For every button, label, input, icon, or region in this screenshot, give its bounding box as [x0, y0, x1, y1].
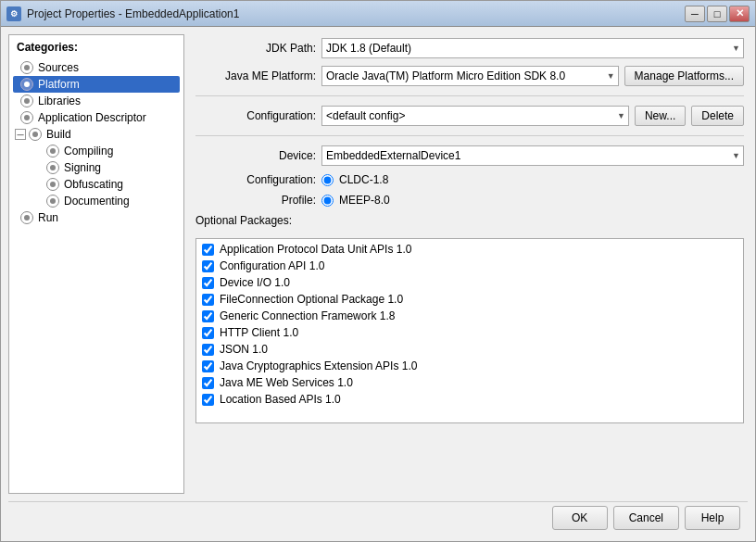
- device-select-wrapper: EmbeddedExternalDevice1: [321, 145, 744, 166]
- main-area: Categories: Sources Platform Libraries: [8, 34, 748, 494]
- sidebar-item-libraries[interactable]: Libraries: [13, 93, 180, 109]
- package-checkbox-pkg1[interactable]: [202, 244, 214, 256]
- java-me-platform-label: Java ME Platform:: [195, 69, 316, 82]
- sidebar-item-obfuscating[interactable]: Obfuscating: [13, 176, 180, 193]
- bullet-documenting: [46, 195, 59, 208]
- profile-label: Profile:: [195, 194, 316, 207]
- package-checkbox-pkg6[interactable]: [202, 327, 214, 339]
- package-item[interactable]: JSON 1.0: [198, 341, 741, 358]
- help-button[interactable]: Help: [685, 506, 740, 530]
- separator1: [195, 95, 744, 96]
- sidebar-item-signing[interactable]: Signing: [13, 159, 180, 176]
- bullet-run: [20, 211, 33, 224]
- package-label-pkg6: HTTP Client 1.0: [220, 326, 298, 339]
- java-me-platform-select[interactable]: Oracle Java(TM) Platform Micro Edition S…: [321, 66, 619, 86]
- cancel-button[interactable]: Cancel: [613, 506, 679, 530]
- device-select[interactable]: EmbeddedExternalDevice1: [321, 145, 744, 166]
- maximize-button[interactable]: □: [707, 6, 727, 22]
- manage-platforms-button[interactable]: Manage Platforms...: [624, 66, 744, 86]
- package-checkbox-pkg8[interactable]: [202, 360, 214, 372]
- app-icon: ⚙: [6, 6, 21, 21]
- window-title: Project Properties - EmbeddedApplication…: [27, 7, 685, 20]
- jdk-path-select-wrapper: JDK 1.8 (Default): [321, 38, 744, 58]
- device-row: Device: EmbeddedExternalDevice1: [195, 145, 744, 166]
- package-label-pkg7: JSON 1.0: [220, 343, 268, 356]
- package-label-pkg4: FileConnection Optional Package 1.0: [220, 293, 403, 306]
- sidebar-item-run[interactable]: Run: [13, 209, 180, 226]
- bottom-buttons: OK Cancel Help: [8, 501, 748, 534]
- package-item[interactable]: Configuration API 1.0: [198, 258, 741, 274]
- package-label-pkg9: Java ME Web Services 1.0: [220, 376, 353, 389]
- package-label-pkg8: Java Cryptographics Extension APIs 1.0: [220, 359, 417, 372]
- sidebar-item-documenting[interactable]: Documenting: [13, 193, 180, 209]
- configuration-row: Configuration: <default config> New... D…: [195, 106, 744, 126]
- window-controls: ─ □ ✕: [685, 6, 750, 22]
- build-expand[interactable]: ─: [15, 129, 26, 140]
- package-item[interactable]: Location Based APIs 1.0: [198, 391, 741, 408]
- sidebar-item-sources[interactable]: Sources: [13, 59, 180, 76]
- package-label-pkg2: Configuration API 1.0: [220, 259, 324, 272]
- close-button[interactable]: ✕: [729, 6, 750, 22]
- package-item[interactable]: FileConnection Optional Package 1.0: [198, 291, 741, 308]
- package-checkbox-pkg7[interactable]: [202, 344, 214, 356]
- categories-panel: Categories: Sources Platform Libraries: [8, 34, 184, 494]
- package-item[interactable]: HTTP Client 1.0: [198, 324, 741, 341]
- jdk-path-select[interactable]: JDK 1.8 (Default): [321, 38, 744, 58]
- configuration-label: Configuration:: [195, 109, 316, 122]
- bullet-appdesc: [20, 111, 33, 124]
- package-checkbox-pkg9[interactable]: [202, 377, 214, 389]
- package-checkbox-pkg4[interactable]: [202, 294, 214, 306]
- bullet-obfuscating: [46, 178, 59, 191]
- sidebar-item-build[interactable]: ─ Build: [13, 126, 180, 143]
- delete-button[interactable]: Delete: [691, 106, 744, 126]
- profile-radio-group: MEEP-8.0: [321, 194, 390, 207]
- package-label-pkg10: Location Based APIs 1.0: [220, 393, 341, 406]
- package-item[interactable]: Application Protocol Data Unit APIs 1.0: [198, 241, 741, 258]
- package-label-pkg1: Application Protocol Data Unit APIs 1.0: [220, 243, 411, 256]
- package-item[interactable]: Device I/O 1.0: [198, 274, 741, 291]
- java-me-platform-row: Java ME Platform: Oracle Java(TM) Platfo…: [195, 66, 744, 86]
- java-me-platform-select-wrapper: Oracle Java(TM) Platform Micro Edition S…: [321, 66, 619, 86]
- package-checkbox-pkg5[interactable]: [202, 310, 214, 322]
- optional-packages-label: Optional Packages:: [195, 214, 744, 227]
- profile-radio[interactable]: [321, 195, 334, 207]
- package-checkbox-pkg2[interactable]: [202, 260, 214, 272]
- configuration2-radio-group: CLDC-1.8: [321, 173, 388, 186]
- configuration-select[interactable]: <default config>: [321, 106, 629, 126]
- window-body: Categories: Sources Platform Libraries: [1, 27, 755, 541]
- package-item[interactable]: Generic Connection Framework 1.8: [198, 308, 741, 324]
- bullet-platform: [20, 78, 33, 91]
- content-panel: JDK Path: JDK 1.8 (Default) Java ME Plat…: [192, 34, 748, 494]
- sidebar-item-appdesc[interactable]: Application Descriptor: [13, 109, 180, 126]
- separator2: [195, 135, 744, 136]
- package-checkbox-pkg3[interactable]: [202, 277, 214, 289]
- package-item[interactable]: Java ME Web Services 1.0: [198, 374, 741, 391]
- packages-list[interactable]: Application Protocol Data Unit APIs 1.0C…: [195, 238, 744, 423]
- bullet-compiling: [46, 145, 59, 158]
- configuration-select-wrapper: <default config>: [321, 106, 629, 126]
- main-window: ⚙ Project Properties - EmbeddedApplicati…: [0, 0, 756, 542]
- bullet-build: [29, 128, 42, 141]
- package-checkbox-pkg10[interactable]: [202, 394, 214, 406]
- bullet-sources: [20, 61, 33, 74]
- ok-button[interactable]: OK: [552, 506, 608, 530]
- jdk-path-label: JDK Path:: [195, 42, 316, 55]
- configuration2-radio[interactable]: [321, 174, 334, 186]
- device-label: Device:: [195, 149, 316, 162]
- package-item[interactable]: Java Cryptographics Extension APIs 1.0: [198, 358, 741, 374]
- titlebar: ⚙ Project Properties - EmbeddedApplicati…: [1, 1, 755, 27]
- configuration2-row: Configuration: CLDC-1.8: [195, 173, 744, 186]
- package-label-pkg3: Device I/O 1.0: [220, 276, 290, 289]
- sidebar-item-platform[interactable]: Platform: [13, 76, 180, 93]
- new-button[interactable]: New...: [635, 106, 686, 126]
- profile-value: MEEP-8.0: [339, 194, 390, 207]
- minimize-button[interactable]: ─: [685, 6, 705, 22]
- jdk-path-row: JDK Path: JDK 1.8 (Default): [195, 38, 744, 58]
- categories-label: Categories:: [13, 39, 180, 56]
- bullet-libraries: [20, 95, 33, 107]
- sidebar-item-compiling[interactable]: Compiling: [13, 143, 180, 159]
- configuration2-value: CLDC-1.8: [339, 173, 388, 186]
- package-label-pkg5: Generic Connection Framework 1.8: [220, 309, 395, 322]
- profile-row: Profile: MEEP-8.0: [195, 194, 744, 207]
- configuration2-label: Configuration:: [195, 173, 316, 186]
